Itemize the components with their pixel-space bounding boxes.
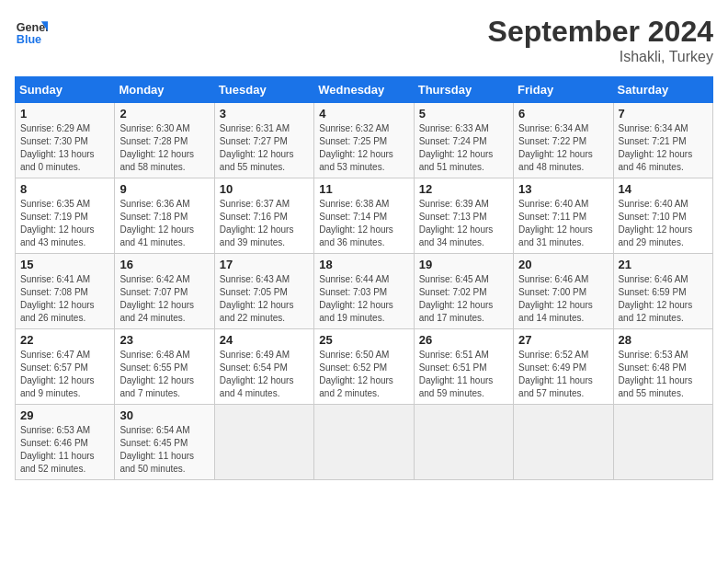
weekday-header: Tuesday [214,77,313,103]
calendar-cell: 30 Sunrise: 6:54 AM Sunset: 6:45 PM Dayl… [115,405,214,480]
calendar-week-row: 1 Sunrise: 6:29 AM Sunset: 7:30 PM Dayli… [16,103,713,178]
day-info: Sunrise: 6:36 AM Sunset: 7:18 PM Dayligh… [119,198,209,249]
day-number: 25 [319,333,408,347]
calendar-cell: 14 Sunrise: 6:40 AM Sunset: 7:10 PM Dayl… [613,178,712,254]
calendar-cell [613,405,712,480]
day-info: Sunrise: 6:53 AM Sunset: 6:46 PM Dayligh… [20,424,109,476]
calendar-cell: 21 Sunrise: 6:46 AM Sunset: 6:59 PM Dayl… [613,254,712,329]
day-number: 5 [419,107,508,121]
calendar-cell: 16 Sunrise: 6:42 AM Sunset: 7:07 PM Dayl… [115,254,214,329]
calendar-cell: 20 Sunrise: 6:46 AM Sunset: 7:00 PM Dayl… [514,254,613,329]
day-info: Sunrise: 6:47 AM Sunset: 6:57 PM Dayligh… [20,349,109,400]
calendar-cell: 3 Sunrise: 6:31 AM Sunset: 7:27 PM Dayli… [214,103,313,178]
day-number: 21 [619,258,708,271]
calendar-cell [514,405,613,480]
calendar-table: SundayMondayTuesdayWednesdayThursdayFrid… [15,76,713,480]
calendar-cell: 1 Sunrise: 6:29 AM Sunset: 7:30 PM Dayli… [16,103,115,178]
calendar-cell: 5 Sunrise: 6:33 AM Sunset: 7:24 PM Dayli… [414,103,513,178]
day-info: Sunrise: 6:45 AM Sunset: 7:02 PM Dayligh… [419,273,508,325]
calendar-cell: 15 Sunrise: 6:41 AM Sunset: 7:08 PM Dayl… [16,254,115,329]
day-number: 3 [220,107,309,121]
calendar-week-row: 22 Sunrise: 6:47 AM Sunset: 6:57 PM Dayl… [16,329,713,405]
day-number: 29 [20,408,109,422]
calendar-cell: 4 Sunrise: 6:32 AM Sunset: 7:25 PM Dayli… [314,103,414,178]
day-number: 1 [20,107,109,121]
weekday-header: Thursday [414,77,513,103]
calendar-cell: 13 Sunrise: 6:40 AM Sunset: 7:11 PM Dayl… [514,178,613,254]
calendar-week-row: 29 Sunrise: 6:53 AM Sunset: 6:46 PM Dayl… [16,405,713,480]
day-number: 15 [20,258,109,271]
day-number: 22 [20,333,109,347]
day-number: 9 [119,182,209,196]
weekday-header: Wednesday [314,77,414,103]
logo: General Blue [15,15,48,48]
calendar-cell: 12 Sunrise: 6:39 AM Sunset: 7:13 PM Dayl… [414,178,513,254]
weekday-header: Saturday [613,77,712,103]
day-info: Sunrise: 6:41 AM Sunset: 7:08 PM Dayligh… [20,273,109,325]
calendar-cell: 24 Sunrise: 6:49 AM Sunset: 6:54 PM Dayl… [214,329,313,405]
day-number: 19 [419,258,508,271]
calendar-header: SundayMondayTuesdayWednesdayThursdayFrid… [16,77,713,103]
day-info: Sunrise: 6:31 AM Sunset: 7:27 PM Dayligh… [220,122,309,174]
day-info: Sunrise: 6:34 AM Sunset: 7:21 PM Dayligh… [619,122,708,174]
day-info: Sunrise: 6:32 AM Sunset: 7:25 PM Dayligh… [319,122,408,174]
day-number: 30 [119,408,209,422]
day-info: Sunrise: 6:46 AM Sunset: 7:00 PM Dayligh… [518,273,608,325]
day-number: 13 [518,182,608,196]
day-number: 7 [619,107,708,121]
calendar-cell: 28 Sunrise: 6:53 AM Sunset: 6:48 PM Dayl… [613,329,712,405]
weekday-header: Friday [514,77,613,103]
calendar-cell [214,405,313,480]
calendar-cell: 25 Sunrise: 6:50 AM Sunset: 6:52 PM Dayl… [314,329,414,405]
day-info: Sunrise: 6:37 AM Sunset: 7:16 PM Dayligh… [220,198,309,249]
day-number: 17 [220,258,309,271]
day-number: 20 [518,258,608,271]
calendar-cell: 17 Sunrise: 6:43 AM Sunset: 7:05 PM Dayl… [214,254,313,329]
day-number: 8 [20,182,109,196]
calendar-cell [414,405,513,480]
day-info: Sunrise: 6:42 AM Sunset: 7:07 PM Dayligh… [119,273,209,325]
calendar-cell: 23 Sunrise: 6:48 AM Sunset: 6:55 PM Dayl… [115,329,214,405]
calendar-cell: 11 Sunrise: 6:38 AM Sunset: 7:14 PM Dayl… [314,178,414,254]
day-info: Sunrise: 6:29 AM Sunset: 7:30 PM Dayligh… [20,122,109,174]
day-number: 6 [518,107,608,121]
calendar-cell: 10 Sunrise: 6:37 AM Sunset: 7:16 PM Dayl… [214,178,313,254]
calendar-cell: 2 Sunrise: 6:30 AM Sunset: 7:28 PM Dayli… [115,103,214,178]
day-number: 23 [119,333,209,347]
month-title: September 2024 [488,15,713,49]
day-info: Sunrise: 6:35 AM Sunset: 7:19 PM Dayligh… [20,198,109,249]
page-header: General Blue September 2024 Ishakli, Tur… [15,15,713,65]
day-info: Sunrise: 6:40 AM Sunset: 7:11 PM Dayligh… [518,198,608,249]
day-number: 24 [220,333,309,347]
day-info: Sunrise: 6:39 AM Sunset: 7:13 PM Dayligh… [419,198,508,249]
day-number: 4 [319,107,408,121]
logo-icon: General Blue [15,15,48,48]
calendar-cell: 27 Sunrise: 6:52 AM Sunset: 6:49 PM Dayl… [514,329,613,405]
day-number: 2 [119,107,209,121]
day-number: 26 [419,333,508,347]
day-info: Sunrise: 6:48 AM Sunset: 6:55 PM Dayligh… [119,349,209,400]
day-number: 14 [619,182,708,196]
day-number: 27 [518,333,608,347]
calendar-cell: 6 Sunrise: 6:34 AM Sunset: 7:22 PM Dayli… [514,103,613,178]
weekday-header: Monday [115,77,214,103]
day-info: Sunrise: 6:34 AM Sunset: 7:22 PM Dayligh… [518,122,608,174]
calendar-cell: 26 Sunrise: 6:51 AM Sunset: 6:51 PM Dayl… [414,329,513,405]
calendar-cell: 8 Sunrise: 6:35 AM Sunset: 7:19 PM Dayli… [16,178,115,254]
day-number: 11 [319,182,408,196]
day-info: Sunrise: 6:30 AM Sunset: 7:28 PM Dayligh… [119,122,209,174]
day-info: Sunrise: 6:46 AM Sunset: 6:59 PM Dayligh… [619,273,708,325]
day-number: 28 [619,333,708,347]
day-number: 12 [419,182,508,196]
day-info: Sunrise: 6:53 AM Sunset: 6:48 PM Dayligh… [619,349,708,400]
day-info: Sunrise: 6:49 AM Sunset: 6:54 PM Dayligh… [220,349,309,400]
day-number: 18 [319,258,408,271]
calendar-week-row: 15 Sunrise: 6:41 AM Sunset: 7:08 PM Dayl… [16,254,713,329]
calendar-week-row: 8 Sunrise: 6:35 AM Sunset: 7:19 PM Dayli… [16,178,713,254]
calendar-cell: 22 Sunrise: 6:47 AM Sunset: 6:57 PM Dayl… [16,329,115,405]
title-block: September 2024 Ishakli, Turkey [488,15,713,65]
day-info: Sunrise: 6:38 AM Sunset: 7:14 PM Dayligh… [319,198,408,249]
calendar-cell: 7 Sunrise: 6:34 AM Sunset: 7:21 PM Dayli… [613,103,712,178]
svg-text:Blue: Blue [17,33,41,46]
day-info: Sunrise: 6:43 AM Sunset: 7:05 PM Dayligh… [220,273,309,325]
